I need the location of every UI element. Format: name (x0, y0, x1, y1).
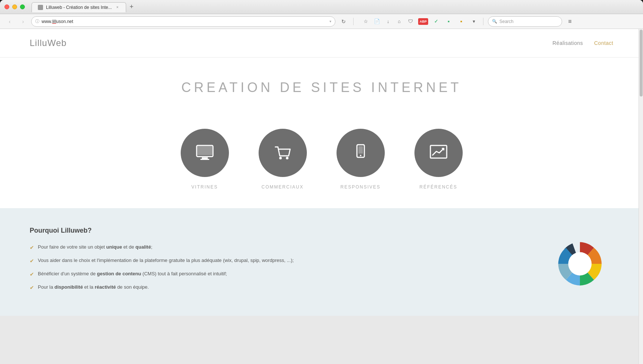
address-dropdown-icon[interactable]: ▾ (329, 19, 331, 23)
responsives-circle (337, 129, 385, 177)
extension-dropdown-icon[interactable]: ▾ (469, 17, 479, 26)
title-bar: Lilluweb - Création de sites Inte... × + (0, 0, 643, 14)
references-circle (414, 129, 463, 177)
chart-icon (427, 142, 450, 164)
site-logo[interactable]: LilluWeb (30, 38, 67, 48)
list-item: ✔ Pour faire de votre site un objet uniq… (30, 243, 524, 252)
svg-rect-8 (358, 146, 363, 154)
reload-button[interactable]: ↻ (338, 16, 349, 27)
search-bar[interactable]: 🔍 Search (488, 16, 562, 27)
icon-item-responsives: RESPONSIVES (337, 129, 385, 190)
hero-title: CREATION DE SITES INTERNET (30, 80, 613, 95)
vitrines-label: VITRINES (191, 184, 218, 190)
minimize-button[interactable] (12, 4, 17, 9)
scrollbar[interactable] (639, 29, 643, 364)
svg-point-10 (568, 252, 592, 276)
nav-link-realisations[interactable]: Réalisations (552, 40, 583, 46)
tab-favicon (38, 5, 43, 10)
svg-point-4 (279, 157, 282, 160)
info-icon: ⓘ (35, 19, 39, 24)
separator (353, 18, 354, 25)
shield-icon[interactable]: 🛡 (406, 17, 415, 26)
separator2 (483, 18, 483, 25)
maximize-button[interactable] (20, 4, 25, 9)
list-item: ✔ Bénéficier d'un système de gestion de … (30, 270, 524, 278)
svg-rect-2 (200, 159, 209, 160)
color-wheel-svg (547, 230, 613, 297)
site-header: LilluWeb Réalisations Contact (0, 29, 643, 58)
search-icon: 🔍 (492, 19, 497, 24)
active-tab[interactable]: Lilluweb - Création de sites Inte... × (32, 2, 126, 12)
adblock-plus-badge[interactable]: ABP (418, 18, 428, 25)
check-icon-4: ✔ (30, 284, 34, 292)
back-button[interactable]: ‹ (4, 16, 15, 27)
why-content: Pourquoi Lilluweb? ✔ Pour faire de votre… (30, 227, 524, 292)
icon-item-commerciaux: COMMERCIAUX (259, 129, 307, 190)
why-section: Pourquoi Lilluweb? ✔ Pour faire de votre… (0, 208, 643, 316)
reader-icon[interactable]: 📄 (372, 17, 382, 26)
webpage-wrapper: LilluWeb Réalisations Contact CREATION D… (0, 29, 643, 364)
scrollbar-thumb[interactable] (640, 30, 643, 96)
webpage: LilluWeb Réalisations Contact CREATION D… (0, 29, 643, 316)
search-placeholder: Search (499, 19, 514, 24)
nav-right-buttons: ☆ 📄 ↓ ⌂ 🛡 (361, 17, 415, 26)
svg-rect-9 (430, 145, 447, 158)
icon-item-vitrines: VITRINES (181, 129, 229, 190)
check-extension-icon[interactable]: ✓ (431, 17, 441, 26)
green-extension-icon[interactable]: ▪ (444, 17, 453, 26)
tabs-bar: Lilluweb - Création de sites Inte... × + (32, 2, 639, 12)
commerciaux-circle (259, 129, 307, 177)
close-button[interactable] (4, 4, 9, 9)
forward-button[interactable]: › (18, 16, 28, 27)
nav-link-contact[interactable]: Contact (594, 40, 613, 46)
monitor-icon (194, 142, 216, 164)
check-icon-2: ✔ (30, 257, 34, 265)
svg-rect-1 (202, 157, 208, 159)
vitrines-circle (181, 129, 229, 177)
cart-icon (272, 142, 294, 164)
why-item-1-text: Pour faire de votre site un objet unique… (38, 243, 152, 251)
hero-section: CREATION DE SITES INTERNET (0, 58, 643, 129)
check-icon-1: ✔ (30, 244, 34, 252)
new-tab-button[interactable]: + (126, 2, 137, 12)
why-list: ✔ Pour faire de votre site un objet uniq… (30, 243, 524, 292)
navigation-bar: ‹ › ⓘ www.lilluson.net ▾ ↻ ☆ 📄 ↓ ⌂ 🛡 ABP… (0, 14, 643, 29)
mobile-icon (350, 142, 372, 164)
why-title: Pourquoi Lilluweb? (30, 227, 524, 235)
color-wheel (547, 230, 613, 297)
commerciaux-label: COMMERCIAUX (262, 184, 304, 190)
browser-menu-button[interactable]: ≡ (565, 17, 575, 26)
why-item-2-text: Vous aider dans le choix et l'implémenta… (38, 257, 294, 264)
icons-row: VITRINES COMMERCIAUX (0, 129, 643, 208)
address-bar[interactable]: ⓘ www.lilluson.net ▾ (31, 16, 335, 27)
list-item: ✔ Vous aider dans le choix et l'implémen… (30, 257, 524, 265)
why-item-4-text: Pour la disponibilité et la réactivité d… (38, 283, 149, 291)
address-text: www.lilluson.net (42, 19, 327, 24)
svg-point-7 (360, 155, 361, 156)
check-icon-3: ✔ (30, 270, 34, 278)
icon-item-references: RÉFÉRENCÉS (414, 129, 463, 190)
site-navigation: Réalisations Contact (552, 40, 613, 46)
svg-point-5 (286, 157, 288, 160)
home-icon[interactable]: ⌂ (394, 17, 404, 26)
references-label: RÉFÉRENCÉS (419, 184, 457, 190)
traffic-lights (4, 4, 25, 9)
bookmark-star-icon[interactable]: ☆ (361, 17, 371, 26)
yellow-extension-icon[interactable]: ▪ (456, 17, 466, 26)
responsives-label: RESPONSIVES (340, 184, 380, 190)
tab-close-button[interactable]: × (115, 5, 120, 10)
list-item: ✔ Pour la disponibilité et la réactivité… (30, 283, 524, 292)
download-icon[interactable]: ↓ (383, 17, 393, 26)
why-item-3-text: Bénéficier d'un système de gestion de co… (38, 270, 227, 278)
tab-title: Lilluweb - Création de sites Inte... (46, 5, 112, 10)
svg-rect-3 (197, 146, 212, 155)
